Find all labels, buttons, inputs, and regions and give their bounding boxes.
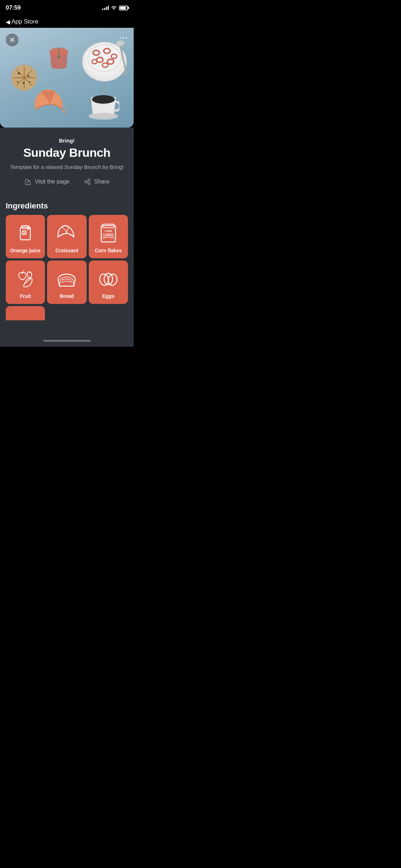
bread-label: Bread <box>60 293 74 299</box>
close-icon: ✕ <box>9 36 15 43</box>
croissant-illustration <box>29 85 71 120</box>
svg-point-29 <box>92 95 115 104</box>
signal-icon <box>102 6 109 10</box>
app-store-nav[interactable]: ◀ App Store <box>0 16 134 28</box>
visit-page-label: Visit the page <box>35 179 70 185</box>
ingredient-card-fruit[interactable]: Fruit <box>6 260 45 304</box>
ingredients-grid: Orange juice Croissant <box>6 215 128 304</box>
ingredient-card-partial[interactable] <box>6 306 45 320</box>
wifi-icon <box>111 6 117 10</box>
svg-text:CORN: CORN <box>105 230 112 232</box>
share-icon <box>83 178 91 186</box>
eggs-icon <box>97 268 120 290</box>
svg-point-8 <box>29 81 30 83</box>
share-label: Share <box>94 179 109 185</box>
juice-cup-illustration <box>46 46 71 71</box>
svg-text:FLAKES: FLAKES <box>103 233 113 236</box>
croissant-label: Croissant <box>55 248 78 253</box>
hero-image: ✕ ··· <box>0 28 134 128</box>
svg-point-28 <box>64 113 65 114</box>
cereal-bowl-illustration <box>80 38 130 85</box>
close-button[interactable]: ✕ <box>6 33 19 46</box>
back-chevron-icon: ◀ <box>6 19 10 25</box>
list-title: Sunday Brunch <box>7 146 127 160</box>
svg-point-33 <box>88 182 90 185</box>
corn-flakes-label: Corn flakes <box>95 248 122 253</box>
more-button[interactable]: ··· <box>119 33 128 43</box>
more-icon: ··· <box>119 33 128 42</box>
coffee-cup-illustration <box>87 90 119 120</box>
link-icon <box>24 178 32 186</box>
home-bar <box>43 340 91 342</box>
svg-point-32 <box>88 179 90 181</box>
orange-juice-label: Orange juice <box>10 248 41 253</box>
svg-point-31 <box>91 113 116 118</box>
ingredients-section: Ingredients Orange juice <box>0 201 134 320</box>
share-button[interactable]: Share <box>83 178 109 186</box>
eggs-label: Eggs <box>102 293 114 299</box>
placeholder-2 <box>89 306 128 320</box>
fruit-label: Fruit <box>20 293 31 299</box>
svg-point-5 <box>18 72 20 74</box>
svg-point-34 <box>84 181 87 183</box>
bread-icon <box>55 268 78 290</box>
ingredients-title: Ingredients <box>6 201 128 211</box>
ingredient-card-orange-juice[interactable]: Orange juice <box>6 215 45 258</box>
status-icons <box>102 6 128 10</box>
svg-point-12 <box>50 48 68 56</box>
action-buttons: Visit the page Share <box>7 178 127 186</box>
list-description: Template for a relaxed Sunday Brunch by … <box>7 163 127 171</box>
home-indicator <box>0 335 134 347</box>
visit-page-button[interactable]: Visit the page <box>24 178 70 186</box>
svg-point-7 <box>23 82 25 84</box>
app-store-label[interactable]: App Store <box>11 18 38 25</box>
croissant-icon <box>55 222 78 245</box>
status-bar: 07:59 <box>0 0 134 16</box>
svg-point-26 <box>62 110 65 112</box>
battery-icon <box>119 6 128 10</box>
ingredient-card-eggs[interactable]: Eggs <box>89 260 128 304</box>
placeholder-1 <box>47 306 86 320</box>
app-info: Bring! Sunday Brunch Template for a rela… <box>0 128 134 201</box>
food-scene <box>0 28 134 128</box>
corn-flakes-icon: CORN FLAKES <box>97 222 120 245</box>
orange-juice-icon <box>14 222 37 245</box>
svg-point-27 <box>65 108 66 110</box>
svg-point-9 <box>17 81 19 83</box>
content-area: Bring! Sunday Brunch Template for a rela… <box>0 128 134 335</box>
ingredient-card-croissant[interactable]: Croissant <box>47 215 86 258</box>
ingredient-card-bread[interactable]: Bread <box>47 260 86 304</box>
app-name: Bring! <box>7 138 127 144</box>
status-time: 07:59 <box>6 4 21 11</box>
ingredient-card-corn-flakes[interactable]: CORN FLAKES Corn flakes <box>89 215 128 258</box>
fruit-icon <box>14 268 37 290</box>
svg-point-6 <box>28 75 30 77</box>
